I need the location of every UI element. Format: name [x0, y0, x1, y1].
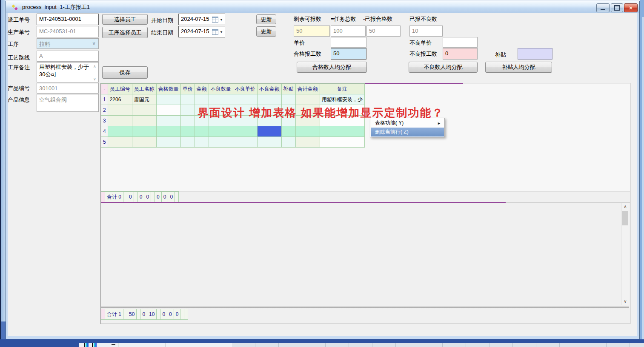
minimize-button[interactable]: [596, 3, 610, 12]
task-total-input[interactable]: 100: [331, 26, 366, 37]
scrollbar-down-icon[interactable]: ∨: [621, 298, 629, 305]
column-header[interactable]: 备注: [320, 84, 364, 94]
row-number[interactable]: 4: [101, 126, 108, 137]
close-button[interactable]: ✕: [624, 3, 638, 12]
grid2-vertical-scrollbar[interactable]: ∧ ∨: [621, 203, 629, 305]
grid-cell[interactable]: [195, 126, 209, 137]
calendar-icon[interactable]: [212, 17, 218, 23]
grid-cell[interactable]: [108, 105, 132, 116]
row-number[interactable]: 3: [101, 116, 108, 126]
process-note-textarea[interactable]: 用塑料框安装，少于30公司: [37, 62, 99, 82]
chevron-down-icon[interactable]: ∨: [92, 40, 96, 46]
column-header[interactable]: 员工编号: [108, 84, 132, 94]
grid-cell[interactable]: [156, 137, 180, 148]
grid-cell[interactable]: [209, 94, 233, 105]
grid-cell[interactable]: 唐国元: [132, 94, 156, 105]
grid-cell[interactable]: [108, 126, 132, 137]
product-info-input[interactable]: 空气组合阀: [37, 94, 99, 112]
grid-cell[interactable]: [257, 94, 281, 105]
qualified-count-input[interactable]: 50: [331, 48, 366, 60]
grid-cell[interactable]: 用塑料框安装，少: [320, 94, 364, 105]
allocate-bad-button[interactable]: 不良数人均分配: [409, 62, 478, 73]
grid-cell[interactable]: [156, 116, 180, 126]
process-combobox[interactable]: 拉料 ∨: [37, 38, 99, 49]
grid-cell[interactable]: [320, 137, 364, 148]
production-no-input[interactable]: MC-240531-01: [37, 26, 99, 37]
scrollbar-up-icon[interactable]: ∧: [621, 203, 629, 210]
grid-cell[interactable]: [180, 105, 195, 116]
subsidy-input[interactable]: [518, 48, 552, 60]
grid-cell[interactable]: [132, 105, 156, 116]
save-button[interactable]: 保存: [102, 66, 148, 79]
grid-cell[interactable]: [180, 116, 195, 126]
column-header[interactable]: 补贴: [281, 84, 295, 94]
reported-qualified-input[interactable]: 50: [366, 26, 401, 37]
dropdown-arrow-icon[interactable]: ▼: [220, 18, 223, 22]
grid-cell[interactable]: [209, 126, 233, 137]
allocate-qualified-button[interactable]: 合格数人均分配: [297, 62, 367, 73]
allocate-subsidy-button[interactable]: 补贴人均分配: [485, 62, 552, 73]
grid-cell[interactable]: [320, 126, 364, 137]
grid-cell[interactable]: [281, 94, 295, 105]
grid-cell[interactable]: [108, 116, 132, 126]
grid-cell[interactable]: [233, 126, 257, 137]
update-end-button[interactable]: 更新: [256, 26, 276, 37]
column-header[interactable]: 不良单价: [233, 84, 257, 94]
grid-cell[interactable]: [156, 105, 180, 116]
grid-cell[interactable]: [257, 126, 281, 137]
column-header[interactable]: -: [101, 84, 108, 94]
row-number[interactable]: 1: [101, 94, 108, 105]
grid-cell[interactable]: [132, 137, 156, 148]
grid-cell[interactable]: [281, 126, 295, 137]
row-number[interactable]: 5: [101, 137, 108, 148]
grid-cell[interactable]: [156, 94, 180, 105]
grid-cell[interactable]: [233, 137, 257, 148]
reported-bad-input[interactable]: 10: [409, 26, 443, 37]
remaining-input[interactable]: 50: [294, 26, 330, 37]
dropdown-arrow-icon[interactable]: ▼: [220, 30, 223, 34]
column-header[interactable]: 合格数量: [156, 84, 180, 94]
end-date-picker[interactable]: 2024-07-15 ▼: [178, 26, 225, 37]
grid-cell[interactable]: [209, 137, 233, 148]
column-header[interactable]: 员工名称: [132, 84, 156, 94]
menu-item-delete-current-row[interactable]: 删除当前行( Z): [371, 128, 444, 137]
grid-cell[interactable]: [195, 137, 209, 148]
grid-cell[interactable]: [295, 137, 320, 148]
grid-cell[interactable]: [180, 137, 195, 148]
grid-cell[interactable]: [132, 116, 156, 126]
column-header[interactable]: 金额: [195, 84, 209, 94]
process-select-employee-button[interactable]: 工序选择员工: [102, 27, 148, 38]
select-employee-button[interactable]: 选择员工: [102, 14, 148, 25]
grid-cell[interactable]: [132, 126, 156, 137]
product-no-input[interactable]: 301001: [37, 83, 99, 94]
maximize-button[interactable]: [611, 3, 623, 12]
column-header[interactable]: 不良金额: [257, 84, 281, 94]
update-start-button[interactable]: 更新: [256, 14, 276, 24]
scroll-down-icon[interactable]: ∨: [93, 77, 643, 81]
scroll-up-icon[interactable]: ∧: [93, 65, 643, 68]
titlebar[interactable]: ◆ ◆ process_input_1-工序报工1: [6, 1, 639, 13]
grid-cell[interactable]: [295, 94, 320, 105]
start-date-picker[interactable]: 2024-07-15 ▼: [178, 14, 225, 25]
grid-cell[interactable]: 2206: [108, 94, 132, 105]
dispatch-no-input[interactable]: MT-240531-0001: [37, 14, 99, 25]
grid-cell[interactable]: [156, 126, 180, 137]
grid-cell[interactable]: [233, 94, 257, 105]
grid-cell[interactable]: [108, 137, 132, 148]
grid-cell[interactable]: [180, 94, 195, 105]
row-number[interactable]: 2: [101, 105, 108, 116]
column-header[interactable]: 合计金额: [295, 84, 320, 94]
menu-item-table-functions[interactable]: 表格功能( Y) ►: [371, 119, 444, 128]
grid-cell[interactable]: [257, 137, 281, 148]
column-header[interactable]: 不良数量: [209, 84, 233, 94]
grid-cell[interactable]: [180, 126, 195, 137]
scrollbar-thumb[interactable]: [622, 211, 628, 225]
grid-cell[interactable]: [295, 126, 320, 137]
route-input[interactable]: A: [37, 51, 99, 62]
bad-unit-price-input[interactable]: [443, 37, 478, 48]
calendar-icon[interactable]: [212, 29, 218, 35]
grid-cell[interactable]: [281, 137, 295, 148]
grid-cell[interactable]: [195, 94, 209, 105]
bad-count-input[interactable]: 0: [443, 48, 478, 60]
unit-price-input[interactable]: [331, 37, 366, 48]
